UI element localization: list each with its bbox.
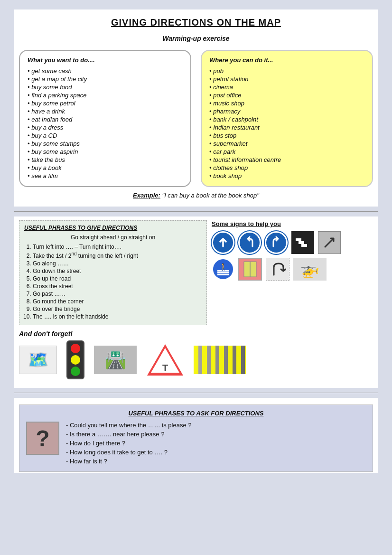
svg-rect-0 xyxy=(301,244,307,247)
list-item: Indian restaurant xyxy=(209,124,364,131)
left-box: What you want to do.... get some cash ge… xyxy=(19,50,191,187)
tl-yellow xyxy=(71,355,80,365)
svg-rect-5 xyxy=(217,272,229,273)
phrases-title: USEFUL PHRASES TO GIVE DIRECTIONS xyxy=(24,225,202,231)
list-item: music shop xyxy=(209,100,364,107)
left-box-title: What you want to do.... xyxy=(28,56,183,64)
signs-row-1 xyxy=(212,231,373,254)
list-item: buy some food xyxy=(28,84,183,91)
example-line: Example: "I can buy a book at the book s… xyxy=(19,192,373,199)
bottom-section: USEFUL PHRASES TO ASK FOR DIRECTIONS ? C… xyxy=(19,404,373,472)
list-item: Go over the bridge xyxy=(33,306,202,312)
ask-title: USEFUL PHRASES TO ASK FOR DIRECTIONS xyxy=(26,410,366,417)
icons-row: 🗺️ 🛣️ T xyxy=(19,340,373,379)
list-item: Go round the corner xyxy=(33,298,202,305)
left-box-list: get some cash get a map of the city buy … xyxy=(28,67,183,179)
divider-1 xyxy=(14,211,378,212)
pedestrian-sign: 🚶 xyxy=(212,258,234,281)
road-icon: 🛣️ xyxy=(94,346,137,374)
list-item: How long does it take to get to …. ? xyxy=(66,449,191,456)
list-item: cinema xyxy=(209,84,364,91)
list-item: buy some stamps xyxy=(28,140,183,147)
svg-rect-2 xyxy=(296,238,301,241)
list-item: Could you tell me where the …… is please… xyxy=(66,422,191,429)
list-item: Take the 1st / 2nd turning on the left /… xyxy=(33,251,202,259)
uturn-sign xyxy=(266,258,289,281)
tjunction-sign: T xyxy=(146,343,184,376)
svg-rect-1 xyxy=(299,241,304,244)
list-item: Go along …… xyxy=(33,260,202,267)
phrases-box: USEFUL PHRASES TO GIVE DIRECTIONS Go str… xyxy=(19,220,207,325)
traffic-light-icon xyxy=(66,340,84,379)
signs-row-2: 🚶 🚁 xyxy=(212,258,373,281)
list-item: Cross the street xyxy=(33,283,202,290)
list-item: tourist information centre xyxy=(209,156,364,163)
list-item: pharmacy xyxy=(209,108,364,115)
list-item: Go past …… xyxy=(33,291,202,297)
tl-red xyxy=(71,344,80,353)
diagonal-sign xyxy=(318,231,341,254)
list-item: supermarket xyxy=(209,140,364,147)
right-box: Where you can do it... pub petrol statio… xyxy=(201,50,373,187)
list-item: Go up the road xyxy=(33,275,202,282)
list-item: car park xyxy=(209,148,364,155)
list-item: buy some aspirin xyxy=(28,148,183,155)
svg-text:🚶: 🚶 xyxy=(219,263,228,271)
subtitle: Warming-up exercise xyxy=(19,35,373,42)
list-item: see a film xyxy=(28,172,183,179)
list-item: buy some petrol xyxy=(28,100,183,107)
dont-forget: And don't forget! xyxy=(19,330,373,338)
list-item: clothes shop xyxy=(209,164,364,171)
divider-2 xyxy=(14,393,378,393)
list-item: Go down the street xyxy=(33,268,202,274)
list-item: pub xyxy=(209,67,364,75)
list-item: bus stop xyxy=(209,132,364,139)
list-item: Is there a ……. near here please ? xyxy=(66,431,191,438)
phrases-list: Turn left into …. – Turn right into…. Ta… xyxy=(24,244,202,320)
right-box-title: Where you can do it... xyxy=(209,56,364,64)
page-title: GIVING DIRECTIONS ON THE MAP xyxy=(19,12,373,31)
list-item: How far is it ? xyxy=(66,458,191,465)
walking-icon: 🗺️ xyxy=(19,346,57,374)
list-item: Turn left into …. – Turn right into…. xyxy=(33,244,202,250)
list-item: get a map of the city xyxy=(28,75,183,83)
question-box: ? xyxy=(26,422,59,455)
list-item: The …. is on the left handside xyxy=(33,313,202,320)
stairs-sign xyxy=(291,231,314,254)
list-item: How do I get there ? xyxy=(66,440,191,447)
list-item: take the bus xyxy=(28,156,183,163)
triangle-text: T xyxy=(162,363,168,374)
list-item: buy a dress xyxy=(28,124,183,131)
list-item: petrol station xyxy=(209,75,364,83)
list-item: get some cash xyxy=(28,67,183,75)
example-text: "I can buy a book at the book shop" xyxy=(162,192,259,199)
vehicle-sign: 🚁 xyxy=(293,258,327,281)
svg-rect-6 xyxy=(217,274,229,275)
list-item: bank / cashpoint xyxy=(209,116,364,123)
turn-left-sign xyxy=(238,231,261,254)
list-item: eat Indian food xyxy=(28,116,183,123)
signs-section: Some signs to help you xyxy=(212,220,373,284)
zebra-crossing-icon xyxy=(194,346,246,374)
list-item: buy a book xyxy=(28,164,183,171)
list-item: buy a CD xyxy=(28,132,183,139)
list-item: book shop xyxy=(209,172,364,179)
right-box-list: pub petrol station cinema post office mu… xyxy=(209,67,364,179)
straight-ahead-sign xyxy=(212,231,234,254)
ask-phrases-list: Could you tell me where the …… is please… xyxy=(66,422,191,467)
phrases-intro: Go straight ahead / go straight on xyxy=(24,234,202,241)
list-item: have a drink xyxy=(28,108,183,115)
turn-right-sign xyxy=(265,231,288,254)
signs-title: Some signs to help you xyxy=(212,220,373,227)
orange-sign xyxy=(238,258,262,281)
tl-green xyxy=(71,367,80,376)
example-label: Example: xyxy=(133,192,160,199)
bottom-inner: ? Could you tell me where the …… is plea… xyxy=(26,422,366,467)
list-item: find a parking space xyxy=(28,92,183,99)
list-item: post office xyxy=(209,92,364,99)
